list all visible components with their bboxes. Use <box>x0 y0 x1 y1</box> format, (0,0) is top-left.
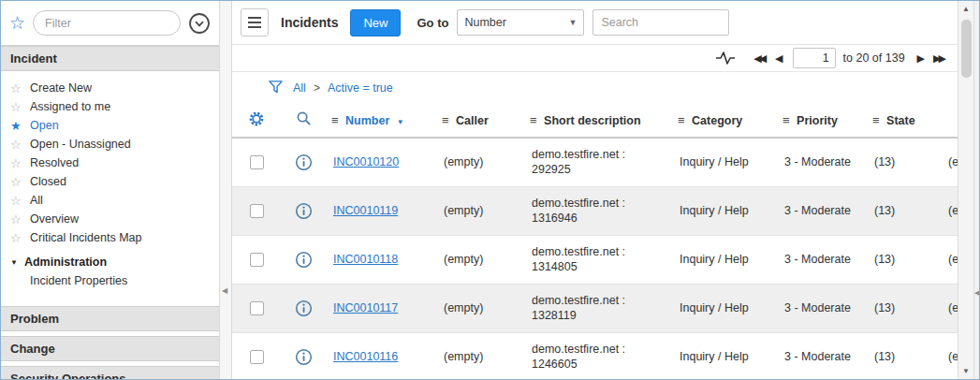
sidebar-item-assigned-to-me[interactable]: ☆ Assigned to me <box>1 97 219 116</box>
sidebar-item-label: Critical Incidents Map <box>30 231 142 244</box>
incident-number-link[interactable]: INC0010118 <box>333 253 398 266</box>
star-icon[interactable]: ☆ <box>10 82 23 95</box>
column-menu-icon[interactable]: ≡ <box>678 113 685 127</box>
breadcrumb-all-link[interactable]: All <box>293 81 306 95</box>
previous-page-button[interactable]: ◀ <box>773 53 784 64</box>
sidebar-item-critical-incidents-map[interactable]: ☆ Critical Incidents Map <box>1 228 219 247</box>
sidebar-item-open[interactable]: ★ Open <box>1 116 219 135</box>
goto-search-input[interactable] <box>592 9 729 36</box>
column-menu-icon[interactable]: ≡ <box>331 113 339 127</box>
page-title: Incidents <box>281 15 338 30</box>
scroll-up-icon[interactable]: ▲ <box>958 1 974 17</box>
star-icon[interactable]: ☆ <box>10 195 23 207</box>
sidebar-item-label: All <box>30 194 43 207</box>
scroll-down-icon[interactable]: ▼ <box>958 363 974 379</box>
clipped-cell: (empty) <box>941 332 958 379</box>
sidebar-item-overview[interactable]: ☆ Overview <box>1 210 219 228</box>
state-cell: (13) <box>867 186 941 235</box>
navigator-filter-input[interactable] <box>33 10 181 36</box>
star-icon[interactable]: ☆ <box>10 232 23 244</box>
sidebar-item-label: Assigned to me <box>30 100 110 113</box>
priority-cell: 3 - Moderate <box>777 186 867 235</box>
column-header-category[interactable]: ≡ Category <box>672 103 777 138</box>
incident-number-link[interactable]: INC0010119 <box>333 204 398 217</box>
incident-module-list: ☆ Create New ☆ Assigned to me ★ Open ☆ O… <box>1 71 219 293</box>
column-header-priority[interactable]: ≡ Priority <box>777 103 867 138</box>
record-preview-info-icon[interactable] <box>295 300 313 317</box>
column-header-short-description[interactable]: ≡ Short description <box>524 103 672 138</box>
sidebar-item-incident-properties[interactable]: Incident Properties <box>1 271 219 291</box>
column-menu-icon[interactable]: ≡ <box>530 113 537 127</box>
goto-field-select[interactable]: Number ▼ <box>457 9 584 36</box>
record-preview-info-icon[interactable] <box>295 348 313 366</box>
page-number-input[interactable] <box>793 48 836 68</box>
sidebar-item-closed[interactable]: ☆ Closed <box>1 172 219 191</box>
sidebar-group-administration[interactable]: ▼ Administration <box>1 251 219 271</box>
scrollbar-thumb[interactable] <box>961 20 972 78</box>
last-page-button[interactable]: ▶▶ <box>931 53 948 64</box>
clipped-cell: (empty) <box>941 138 958 186</box>
select-dropdown-icon: ▼ <box>563 18 578 27</box>
column-header-clipped[interactable] <box>941 103 958 138</box>
sidebar-group-label: Administration <box>24 256 107 269</box>
new-button[interactable]: New <box>350 9 401 37</box>
sidebar-item-label: Open <box>30 119 59 132</box>
row-checkbox[interactable] <box>250 253 264 267</box>
column-menu-icon[interactable]: ≡ <box>872 113 880 127</box>
row-checkbox[interactable] <box>250 155 264 169</box>
first-page-button[interactable]: ◀◀ <box>752 53 768 64</box>
record-preview-info-icon[interactable] <box>295 153 313 171</box>
pulse-icon <box>715 50 736 66</box>
priority-cell: 3 - Moderate <box>777 138 867 186</box>
navigator-collapse-icon[interactable] <box>188 12 211 35</box>
sidebar-item-open-unassigned[interactable]: ☆ Open - Unassigned <box>1 135 219 153</box>
short-description-cell: demo.testfire.net : 1314805 <box>524 235 672 284</box>
star-icon[interactable]: ☆ <box>10 157 23 169</box>
star-filled-icon[interactable]: ★ <box>10 120 23 132</box>
incident-number-link[interactable]: INC0010117 <box>333 301 398 314</box>
category-cell: Inquiry / Help <box>672 332 777 379</box>
sidebar-item-create-new[interactable]: ☆ Create New <box>1 79 219 97</box>
breadcrumb-active-filter-link[interactable]: Active = true <box>328 81 393 95</box>
star-icon[interactable]: ☆ <box>10 139 23 151</box>
record-preview-info-icon[interactable] <box>295 251 313 269</box>
column-menu-icon[interactable]: ≡ <box>783 113 790 127</box>
navigator-collapse-handle[interactable]: ◀ <box>219 1 232 379</box>
filter-funnel-icon[interactable] <box>268 80 284 95</box>
sidebar-section-change[interactable]: Change <box>1 336 219 361</box>
column-header-caller[interactable]: ≡ Caller <box>436 103 524 138</box>
sidebar-item-resolved[interactable]: ☆ Resolved <box>1 153 219 172</box>
record-preview-info-icon[interactable] <box>295 202 313 220</box>
incident-number-link[interactable]: INC0010120 <box>333 155 399 168</box>
list-vertical-scrollbar[interactable]: ▲ ▼ <box>958 1 973 379</box>
next-page-button[interactable]: ▶ <box>915 53 927 64</box>
star-icon[interactable]: ☆ <box>10 176 23 188</box>
table-row: INC0010119 (empty) demo.testfire.net : 1… <box>232 186 958 235</box>
priority-cell: 3 - Moderate <box>777 284 867 332</box>
incident-number-link[interactable]: INC0010116 <box>333 350 398 363</box>
sidebar-section-problem[interactable]: Problem <box>1 306 219 331</box>
state-cell: (13) <box>867 284 941 332</box>
star-icon[interactable]: ☆ <box>10 101 23 113</box>
list-context-menu-icon[interactable] <box>241 8 269 37</box>
list-settings-gear-icon[interactable] <box>248 117 265 130</box>
column-search-icon[interactable] <box>296 116 312 129</box>
right-pane-collapse-handle[interactable]: ◀ <box>973 1 979 379</box>
sidebar-item-label: Closed <box>30 175 66 188</box>
priority-cell: 3 - Moderate <box>777 332 867 379</box>
sidebar-item-all[interactable]: ☆ All <box>1 191 219 210</box>
sort-descending-icon: ▼ <box>397 118 404 126</box>
sidebar-section-incident[interactable]: Incident <box>1 46 219 71</box>
sidebar-section-security-operations[interactable]: Security Operations <box>1 366 219 379</box>
column-header-number[interactable]: ≡ Number ▼ <box>326 103 436 138</box>
favorites-star-icon[interactable]: ☆ <box>9 14 25 32</box>
row-checkbox[interactable] <box>250 350 264 364</box>
row-checkbox[interactable] <box>250 204 264 218</box>
activity-stream-icon[interactable] <box>715 50 736 66</box>
column-menu-icon[interactable]: ≡ <box>442 113 449 127</box>
star-icon[interactable]: ☆ <box>10 213 23 226</box>
category-cell: Inquiry / Help <box>672 186 777 235</box>
column-header-state[interactable]: ≡ State <box>867 103 941 138</box>
short-description-cell: demo.testfire.net : 1328119 <box>524 284 672 332</box>
row-checkbox[interactable] <box>250 301 264 315</box>
